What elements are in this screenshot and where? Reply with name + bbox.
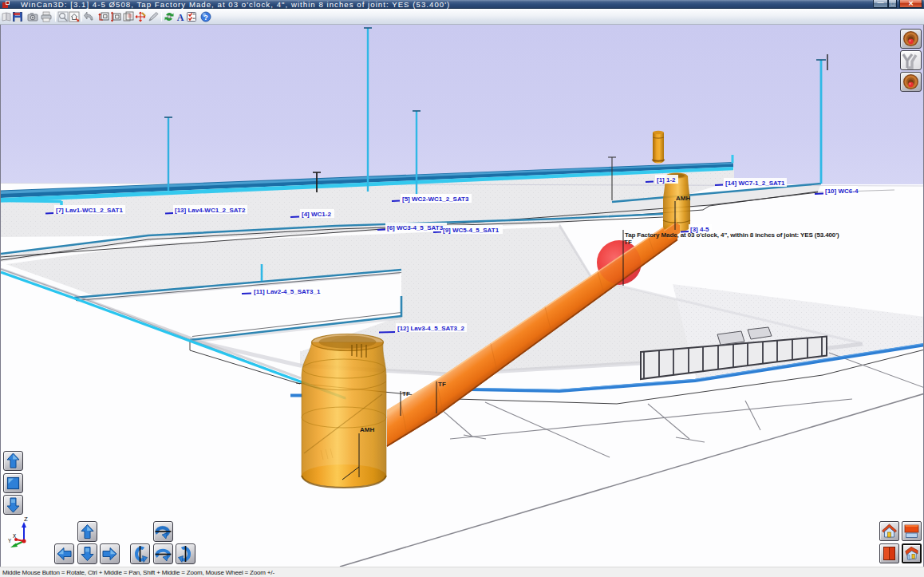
svg-text:[13] Lav4-WC1_2_SAT2: [13] Lav4-WC1_2_SAT2 <box>175 207 246 214</box>
svg-text:[4] WC1-2: [4] WC1-2 <box>302 211 331 218</box>
svg-text:TF: TF <box>402 390 410 397</box>
svg-text:TF: TF <box>624 239 632 246</box>
svg-text:Tap Factory Made, at 03 o'cloc: Tap Factory Made, at 03 o'clock, 4", wit… <box>625 231 839 239</box>
svg-text:AMH: AMH <box>676 195 690 202</box>
svg-text:[1] 1-2: [1] 1-2 <box>657 176 676 184</box>
svg-text:[5] WC2-WC1_2_SAT3: [5] WC2-WC1_2_SAT3 <box>402 196 469 203</box>
svg-text:AMH: AMH <box>360 426 374 433</box>
svg-text:[6] WC3-4_5_SAT3: [6] WC3-4_5_SAT3 <box>387 224 444 231</box>
svg-text:?: ? <box>203 13 208 22</box>
svg-text:[11] Lav2-4_5_SAT3_1: [11] Lav2-4_5_SAT3_1 <box>254 288 321 295</box>
svg-text:[10] WC6-4: [10] WC6-4 <box>825 188 859 195</box>
svg-text:[3] 4-5: [3] 4-5 <box>690 226 709 233</box>
svg-text:TF: TF <box>438 381 446 388</box>
svg-text:Z: Z <box>24 516 28 523</box>
svg-text:[12] Lav3-4_5_SAT3_2: [12] Lav3-4_5_SAT3_2 <box>397 325 464 332</box>
svg-text:Y: Y <box>8 538 12 544</box>
svg-text:A: A <box>177 12 184 23</box>
svg-text:[7] Lav1-WC1_2_SAT1: [7] Lav1-WC1_2_SAT1 <box>56 207 123 214</box>
svg-text:[9] WC5-4_5_SAT1: [9] WC5-4_5_SAT1 <box>443 227 500 234</box>
svg-text:[14] WC7-1_2_SAT1: [14] WC7-1_2_SAT1 <box>725 180 785 187</box>
